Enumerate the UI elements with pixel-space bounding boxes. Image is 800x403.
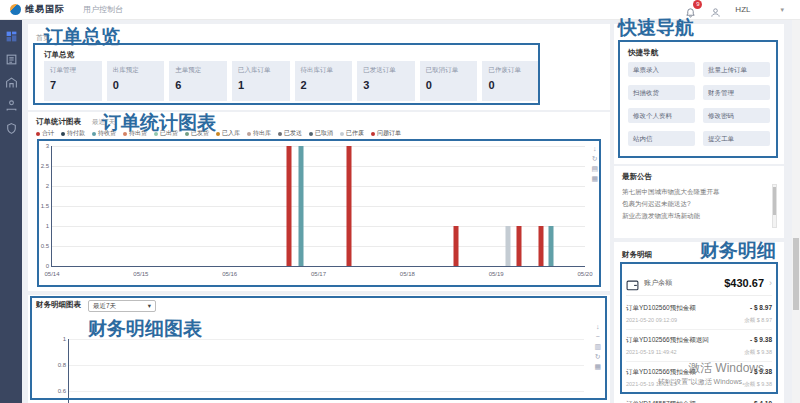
quick-nav-button[interactable]: 财务管理 <box>703 85 770 100</box>
announcements-scroll-thumb[interactable] <box>773 187 776 215</box>
account-balance-row[interactable]: 账户余额 $430.67 › <box>626 270 772 296</box>
chevron-right-icon[interactable]: › <box>769 278 772 288</box>
legend-dot-icon <box>278 132 282 136</box>
page-scrollbar[interactable] <box>792 20 800 403</box>
y-axis-tick-label: 0.5 <box>41 243 49 249</box>
quick-nav-button[interactable]: 单票录入 <box>628 62 695 77</box>
order-chart-plot: 32.521.510.5005/1405/1505/1605/1705/1805… <box>51 146 585 267</box>
topbar: 维易国际 用户控制台 9 HZL ▾ <box>0 0 800 20</box>
y-axis-tick-label: 1.5 <box>41 203 49 209</box>
stat-card: 待出库订单2 <box>295 61 353 101</box>
chart-bar <box>299 146 304 266</box>
legend-item[interactable]: 已发货 <box>185 129 209 138</box>
save-image-icon[interactable]: ↓ <box>591 145 598 153</box>
stat-card-value: 7 <box>50 79 96 91</box>
sidebar-item-security-icon[interactable] <box>5 121 18 133</box>
order-overview-panel: 首页 订单总览 订单管理7出库预定0主单预定6已入库订单1待出库订单2已发送订单… <box>28 24 610 110</box>
transaction-row[interactable]: 订单YD102566预扣金额退回- $ 9.382021-05-19 11:49… <box>626 330 772 362</box>
legend-item[interactable]: 已取消 <box>309 129 333 138</box>
legend-item[interactable]: 已发送 <box>278 129 302 138</box>
y-axis-tick-label: 1 <box>46 223 49 229</box>
restore-icon[interactable]: ↻ <box>591 155 598 163</box>
stat-card-value: 0 <box>426 79 472 91</box>
quick-nav-grid: 单票录入批量上传订单扫描收货财务管理修改个人资料修改密码站内信提交工单 <box>628 62 770 146</box>
transaction-sub-row: 2021-05-20 09:12:09余额 $ 8.97 <box>626 317 772 324</box>
user-menu-caret-icon[interactable]: ▾ <box>780 6 784 14</box>
announcements-title: 最新公告 <box>622 172 652 182</box>
restore-icon[interactable]: ↻ <box>594 353 601 361</box>
notification-bell-icon[interactable]: 9 <box>685 4 696 15</box>
legend-item[interactable]: 已作废 <box>340 129 364 138</box>
quick-nav-button[interactable]: 批量上传订单 <box>703 62 770 77</box>
order-overview-title: 订单总览 <box>44 50 74 60</box>
stat-card-label: 出库预定 <box>113 66 159 75</box>
save-image-icon[interactable]: ↓ <box>594 323 601 331</box>
announcement-item[interactable]: 第七届中国城市物流大会隆重开幕 <box>622 186 766 198</box>
stat-card: 主单预定6 <box>169 61 227 101</box>
transaction-time: 2021-05-19 11:49:42 <box>626 349 677 356</box>
legend-label: 待付款 <box>67 129 85 138</box>
page-scrollbar-thumb[interactable] <box>793 238 799 310</box>
legend-item[interactable]: 已出货 <box>154 129 178 138</box>
chart-bar <box>549 226 554 266</box>
legend-item[interactable]: 待出货 <box>123 129 147 138</box>
legend-item[interactable]: 问题订单 <box>371 129 401 138</box>
sidebar-item-orders-icon[interactable] <box>5 52 18 64</box>
quick-nav-title: 快捷导航 <box>628 48 658 58</box>
console-label: 用户控制台 <box>83 4 123 15</box>
chart-gridline <box>52 206 585 207</box>
legend-dot-icon <box>247 132 251 136</box>
legend-label: 已发货 <box>191 129 209 138</box>
stat-card-label: 已入库订单 <box>238 66 284 75</box>
finance-chart-range-select[interactable]: 最近7天 ▾ <box>88 300 156 312</box>
transaction-row[interactable]: 订单YD102560预扣金额- $ 8.972021-05-20 09:12:0… <box>626 298 772 330</box>
user-avatar-icon[interactable] <box>710 4 721 15</box>
bar-chart-icon[interactable]: ▥ <box>594 343 601 351</box>
chart-gridline <box>69 339 584 340</box>
main-content: 首页 订单总览 订单管理7出库预定0主单预定6已入库订单1待出库订单2已发送订单… <box>22 20 800 403</box>
quick-nav-button[interactable]: 站内信 <box>628 131 695 146</box>
legend-label: 问题订单 <box>377 129 401 138</box>
quick-nav-button[interactable]: 修改密码 <box>703 108 770 123</box>
announcement-item[interactable]: 新业态激发物流市场新动能 <box>622 210 766 222</box>
legend-dot-icon <box>36 132 40 136</box>
stat-card-value: 2 <box>301 79 347 91</box>
username-label[interactable]: HZL <box>735 5 750 14</box>
legend-item[interactable]: 待付款 <box>61 129 85 138</box>
stat-card-label: 已作废订单 <box>488 66 534 75</box>
breadcrumb: 首页 <box>36 33 50 43</box>
select-caret-icon: ▾ <box>148 302 151 310</box>
stat-card-value: 6 <box>175 79 221 91</box>
transaction-main-row: 订单YD102566预扣金额退回- $ 9.38 <box>626 336 772 345</box>
announcements-scrollbar[interactable] <box>772 184 777 228</box>
quick-nav-button[interactable]: 修改个人资料 <box>628 108 695 123</box>
legend-item[interactable]: 待收货 <box>92 129 116 138</box>
legend-label: 合计 <box>42 129 54 138</box>
y-axis-tick-label: 0.8 <box>58 362 66 368</box>
chart-bar <box>517 226 522 266</box>
data-view-icon[interactable]: ▤ <box>591 165 598 173</box>
sidebar-item-dashboard-icon[interactable] <box>5 29 18 41</box>
transaction-row[interactable]: 订单YD145557预扣金额- $ 4.102021-05-18 20:15:0… <box>626 394 772 403</box>
line-chart-icon[interactable]: ~ <box>594 333 601 341</box>
legend-dot-icon <box>154 132 158 136</box>
legend-item[interactable]: 已入库 <box>216 129 240 138</box>
order-chart-range-label[interactable]: 最近7天 <box>92 118 115 127</box>
stat-card-value: 0 <box>113 79 159 91</box>
stat-card: 已作废订单0 <box>482 61 540 101</box>
data-view-icon[interactable]: ▦ <box>594 363 601 371</box>
x-axis-tick-label: 05/17 <box>311 271 326 277</box>
legend-dot-icon <box>340 132 344 136</box>
transaction-amount: - $ 9.38 <box>750 336 772 345</box>
legend-item[interactable]: 合计 <box>36 129 54 138</box>
sidebar-item-account-icon[interactable] <box>5 98 18 110</box>
announcement-item[interactable]: 包裹为何迟迟未能送达? <box>622 198 766 210</box>
quick-nav-panel: 快捷导航 单票录入批量上传订单扫描收货财务管理修改个人资料修改密码站内信提交工单 <box>614 24 784 164</box>
quick-nav-button[interactable]: 扫描收货 <box>628 85 695 100</box>
sidebar-item-warehouse-icon[interactable] <box>5 75 18 87</box>
quick-nav-button[interactable]: 提交工单 <box>703 131 770 146</box>
magic-type-icon[interactable]: ▦ <box>591 175 598 183</box>
legend-item[interactable]: 待出库 <box>247 129 271 138</box>
order-chart-legend: 合计待付款待收货待出货已出货已发货已入库待出库已发送已取消已作废问题订单 <box>36 129 401 138</box>
finance-detail-title: 财务明细 <box>622 250 652 260</box>
